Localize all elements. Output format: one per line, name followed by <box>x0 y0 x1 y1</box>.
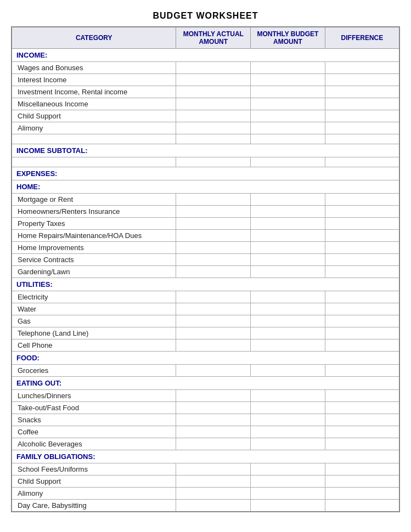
section-header-row: EXPENSES: <box>12 167 399 180</box>
amount-cell[interactable] <box>251 62 325 74</box>
amount-cell[interactable] <box>176 426 251 438</box>
diff-cell[interactable] <box>325 315 399 327</box>
diff-cell[interactable] <box>325 230 399 242</box>
diff-cell[interactable] <box>325 254 399 266</box>
category-cell: Gas <box>12 315 176 327</box>
diff-cell[interactable] <box>325 218 399 230</box>
amount-cell[interactable] <box>176 339 251 352</box>
amount-cell[interactable] <box>251 218 325 230</box>
amount-cell[interactable] <box>251 315 325 327</box>
diff-cell[interactable] <box>325 463 399 476</box>
amount-cell[interactable] <box>176 303 251 315</box>
diff-cell[interactable] <box>325 122 399 134</box>
section-header-row: HOME: <box>12 180 399 194</box>
amount-cell[interactable] <box>251 339 325 352</box>
category-cell: Coffee <box>12 426 176 438</box>
amount-cell[interactable] <box>251 390 325 402</box>
amount-cell[interactable] <box>251 98 325 110</box>
category-cell: Day Care, Babysitting <box>12 500 176 512</box>
amount-cell[interactable] <box>251 110 325 122</box>
amount-cell[interactable] <box>176 488 251 500</box>
amount-cell[interactable] <box>251 74 325 86</box>
category-cell: Interest Income <box>12 74 176 86</box>
diff-cell[interactable] <box>325 402 399 414</box>
table-row: Home Improvements <box>12 242 399 254</box>
amount-cell[interactable] <box>176 315 251 327</box>
diff-cell[interactable] <box>325 339 399 352</box>
amount-cell[interactable] <box>176 230 251 242</box>
amount-cell[interactable] <box>251 365 325 377</box>
amount-cell[interactable] <box>176 463 251 476</box>
diff-cell[interactable] <box>325 266 399 278</box>
diff-cell[interactable] <box>325 303 399 315</box>
amount-cell[interactable] <box>251 266 325 278</box>
amount-cell[interactable] <box>176 98 251 110</box>
category-cell: Lunches/Dinners <box>12 390 176 402</box>
amount-cell[interactable] <box>251 500 325 512</box>
diff-cell[interactable] <box>325 110 399 122</box>
amount-cell[interactable] <box>176 476 251 488</box>
amount-cell[interactable] <box>251 86 325 98</box>
amount-cell[interactable] <box>176 365 251 377</box>
amount-cell[interactable] <box>176 74 251 86</box>
diff-cell[interactable] <box>325 488 399 500</box>
diff-cell[interactable] <box>325 242 399 254</box>
diff-cell[interactable] <box>325 194 399 206</box>
amount-cell[interactable] <box>176 291 251 303</box>
amount-cell[interactable] <box>176 86 251 98</box>
amount-cell[interactable] <box>251 438 325 450</box>
amount-cell[interactable] <box>176 62 251 74</box>
category-cell: Wages and Bonuses <box>12 62 176 74</box>
amount-cell[interactable] <box>251 426 325 438</box>
amount-cell[interactable] <box>176 194 251 206</box>
amount-cell[interactable] <box>176 402 251 414</box>
diff-cell[interactable] <box>325 86 399 98</box>
diff-cell[interactable] <box>325 98 399 110</box>
section-header-row: FAMILY OBLIGATIONS: <box>12 450 399 463</box>
table-row: Cell Phone <box>12 339 399 352</box>
amount-cell[interactable] <box>176 390 251 402</box>
amount-cell[interactable] <box>176 438 251 450</box>
diff-cell[interactable] <box>325 74 399 86</box>
diff-cell[interactable] <box>325 327 399 339</box>
amount-cell[interactable] <box>251 327 325 339</box>
section-header-row: EATING OUT: <box>12 377 399 390</box>
amount-cell[interactable] <box>176 122 251 134</box>
amount-cell[interactable] <box>251 476 325 488</box>
table-row: Wages and Bonuses <box>12 62 399 74</box>
diff-cell[interactable] <box>325 291 399 303</box>
amount-cell[interactable] <box>251 402 325 414</box>
diff-cell[interactable] <box>325 390 399 402</box>
amount-cell[interactable] <box>176 414 251 426</box>
category-cell: Snacks <box>12 414 176 426</box>
amount-cell[interactable] <box>251 488 325 500</box>
amount-cell[interactable] <box>176 254 251 266</box>
diff-cell[interactable] <box>325 365 399 377</box>
diff-cell[interactable] <box>325 414 399 426</box>
amount-cell[interactable] <box>176 327 251 339</box>
amount-cell[interactable] <box>251 206 325 218</box>
amount-cell[interactable] <box>176 110 251 122</box>
diff-cell[interactable] <box>325 206 399 218</box>
amount-cell[interactable] <box>176 242 251 254</box>
amount-cell[interactable] <box>251 194 325 206</box>
amount-cell[interactable] <box>176 266 251 278</box>
amount-cell[interactable] <box>251 463 325 476</box>
amount-cell[interactable] <box>251 414 325 426</box>
amount-cell[interactable] <box>251 122 325 134</box>
amount-cell[interactable] <box>176 206 251 218</box>
diff-cell[interactable] <box>325 500 399 512</box>
table-row: Coffee <box>12 426 399 438</box>
diff-cell[interactable] <box>325 62 399 74</box>
amount-cell[interactable] <box>176 218 251 230</box>
table-row: Investment Income, Rental income <box>12 86 399 98</box>
amount-cell[interactable] <box>251 242 325 254</box>
diff-cell[interactable] <box>325 426 399 438</box>
diff-cell[interactable] <box>325 476 399 488</box>
amount-cell[interactable] <box>176 500 251 512</box>
amount-cell[interactable] <box>251 303 325 315</box>
diff-cell[interactable] <box>325 438 399 450</box>
amount-cell[interactable] <box>251 230 325 242</box>
amount-cell[interactable] <box>251 291 325 303</box>
amount-cell[interactable] <box>251 254 325 266</box>
